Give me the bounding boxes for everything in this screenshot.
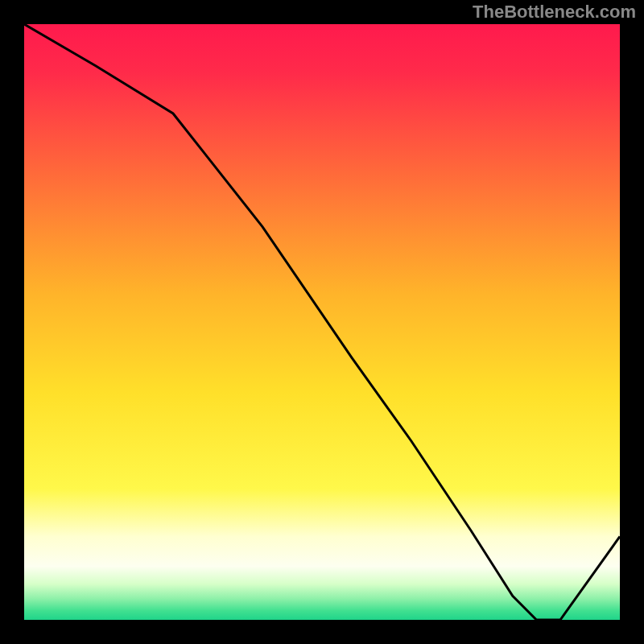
watermark-text: TheBottleneck.com [473, 2, 636, 23]
chart-svg [24, 24, 620, 620]
chart-plot-area [24, 24, 620, 620]
chart-background [24, 24, 620, 620]
